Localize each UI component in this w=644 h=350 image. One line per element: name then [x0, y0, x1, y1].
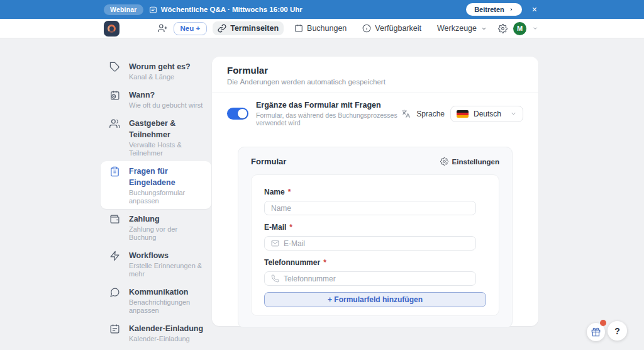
- webinar-badge: Webinar: [104, 4, 143, 15]
- required-marker: *: [289, 223, 292, 232]
- event-calendar-icon: [149, 6, 157, 14]
- gear-icon[interactable]: [498, 24, 508, 33]
- notification-dot: [600, 320, 606, 326]
- chevron-down-icon: [480, 25, 487, 32]
- sidebar-item-gastgeber-teilnehmer[interactable]: Gastgeber & TeilnehmerVerwalte Hosts & T…: [101, 113, 211, 161]
- sidebar-item-workflows[interactable]: WorkflowsErstelle Erinnerungen & mehr: [101, 246, 211, 282]
- chat-icon: [109, 287, 121, 298]
- invite-user-icon[interactable]: [158, 23, 168, 33]
- sidebar-item-kalender-einladung[interactable]: Kalender-EinladungKalender-Einladung: [101, 319, 211, 347]
- chevron-right-icon: [509, 7, 514, 12]
- chevron-down-icon: [510, 110, 517, 117]
- germany-flag-icon: [457, 110, 469, 118]
- sidebar-item-wann[interactable]: Wann?Wie oft du gebucht wirst: [101, 85, 211, 113]
- field-email: E-Mail* E-Mail: [264, 221, 486, 251]
- toggle-label: Ergänze das Formular mit Fragen: [256, 101, 401, 110]
- wallet-icon: [109, 214, 121, 225]
- required-marker: *: [288, 188, 291, 196]
- calendar-invite-icon: [109, 324, 121, 334]
- gear-icon: [440, 157, 448, 166]
- info-circle-icon: [362, 24, 371, 33]
- tab-terminseiten[interactable]: Terminseiten: [213, 21, 284, 35]
- add-form-field-button[interactable]: + Formularfeld hinzufügen: [264, 292, 486, 307]
- sidebar-item-kommunikation[interactable]: KommunikationBenachrichtigungen anpassen: [101, 282, 211, 319]
- translate-icon: [401, 109, 411, 118]
- logo-ring-icon: [108, 25, 116, 33]
- tab-verfuegbarkeit[interactable]: Verfügbarkeit: [357, 21, 426, 35]
- language-label: Sprache: [416, 110, 445, 118]
- tab-werkzeuge[interactable]: Werkzeuge: [432, 21, 492, 35]
- join-webinar-button[interactable]: Beitreten: [466, 3, 522, 16]
- help-button[interactable]: ?: [608, 321, 627, 341]
- form-settings-button[interactable]: Einstellungen: [440, 157, 499, 166]
- language-select[interactable]: Deutsch: [450, 106, 523, 122]
- app-logo[interactable]: [104, 21, 119, 37]
- form-questions-toggle[interactable]: [227, 108, 248, 120]
- avatar[interactable]: M: [513, 22, 526, 35]
- name-input[interactable]: Name: [264, 201, 476, 215]
- calendar-clock-icon: [109, 90, 121, 101]
- sidebar-item-bestaetigungsseite[interactable]: BestätigungsseiteWeiterleitungen & mehr: [101, 347, 211, 350]
- form-fields-panel: Name* Name E-Mail* E-Mail Telefonnummer*…: [251, 174, 499, 316]
- banner-title: Wöchentliche Q&A · Mittwochs 16:00 Uhr: [149, 6, 303, 14]
- field-phone: Telefonnummer* Telefonnummer: [264, 256, 486, 286]
- language-value: Deutsch: [474, 110, 505, 118]
- users-icon: [109, 118, 121, 129]
- panel-header: Formular Die Änderungen werden automatis…: [212, 57, 538, 93]
- settings-sidebar: Worum geht es?Kanal & Länge Wann?Wie oft…: [101, 57, 211, 350]
- gift-icon: [591, 327, 601, 337]
- required-marker: *: [323, 258, 326, 267]
- account-chevron-down-icon[interactable]: [532, 25, 538, 31]
- app-header: Neu + Terminseiten Buchungen Verfügbarke…: [0, 19, 644, 38]
- mail-icon: [271, 239, 279, 247]
- link-icon: [218, 24, 226, 33]
- tab-buchungen[interactable]: Buchungen: [289, 21, 352, 35]
- language-control: Sprache Deutsch: [401, 106, 523, 122]
- clipboard-icon: [109, 166, 121, 177]
- toggle-knob: [238, 109, 247, 118]
- field-label: Telefonnummer: [264, 258, 320, 267]
- sidebar-item-worum-geht-es[interactable]: Worum geht es?Kanal & Länge: [101, 57, 211, 85]
- zap-icon: [109, 251, 121, 261]
- close-banner-icon[interactable]: ×: [532, 5, 537, 14]
- webinar-banner: Webinar Wöchentliche Q&A · Mittwochs 16:…: [0, 0, 644, 19]
- phone-input[interactable]: Telefonnummer: [264, 271, 476, 286]
- main-nav: Neu + Terminseiten Buchungen Verfügbarke…: [158, 21, 538, 35]
- field-name: Name* Name: [264, 186, 486, 215]
- form-card-title: Formular: [251, 157, 286, 166]
- field-label: E-Mail: [264, 223, 286, 232]
- sidebar-item-zahlung[interactable]: ZahlungZahlung vor der Buchung: [101, 209, 211, 246]
- email-input[interactable]: E-Mail: [264, 236, 476, 251]
- autosave-note: Die Änderungen werden automatisch gespei…: [227, 78, 523, 86]
- calendar-icon: [294, 24, 303, 33]
- form-preview-card: Formular Einstellungen Name* Name E-Mail…: [238, 147, 513, 328]
- page-title: Formular: [227, 65, 523, 76]
- form-toggle-row: Ergänze das Formular mit Fragen Formular…: [212, 93, 538, 127]
- sidebar-item-fragen-fuer-eingeladene[interactable]: Fragen für EingeladeneBuchungsformular a…: [101, 161, 211, 209]
- formular-panel: Formular Die Änderungen werden automatis…: [212, 57, 538, 326]
- new-button[interactable]: Neu +: [174, 22, 208, 35]
- phone-icon: [271, 274, 279, 283]
- toggle-sublabel: Formular, das während des Buchungsprozes…: [256, 111, 401, 127]
- tag-icon: [109, 62, 121, 72]
- field-label: Name: [264, 188, 285, 196]
